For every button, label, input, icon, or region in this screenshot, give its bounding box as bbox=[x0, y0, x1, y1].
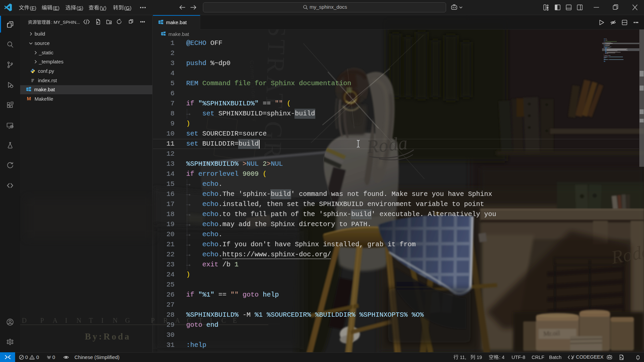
svg-text:(S): (S) bbox=[76, 5, 83, 11]
svg-text:UTF-8: UTF-8 bbox=[512, 355, 525, 360]
svg-text:(V): (V) bbox=[100, 5, 106, 11]
svg-text:Batch: Batch bbox=[549, 355, 561, 360]
svg-text:(E): (E) bbox=[53, 5, 59, 11]
svg-text:(G): (G) bbox=[124, 5, 131, 11]
svg-text:CRLF: CRLF bbox=[532, 355, 544, 360]
svg-text:: 4: : 4 bbox=[499, 355, 504, 360]
svg-text:11,: 11, bbox=[460, 355, 466, 360]
svg-text:(F): (F) bbox=[30, 5, 36, 11]
svg-text:19: 19 bbox=[477, 355, 482, 360]
svg-text:: MY_SPHIN...: : MY_SPHIN... bbox=[51, 20, 80, 25]
